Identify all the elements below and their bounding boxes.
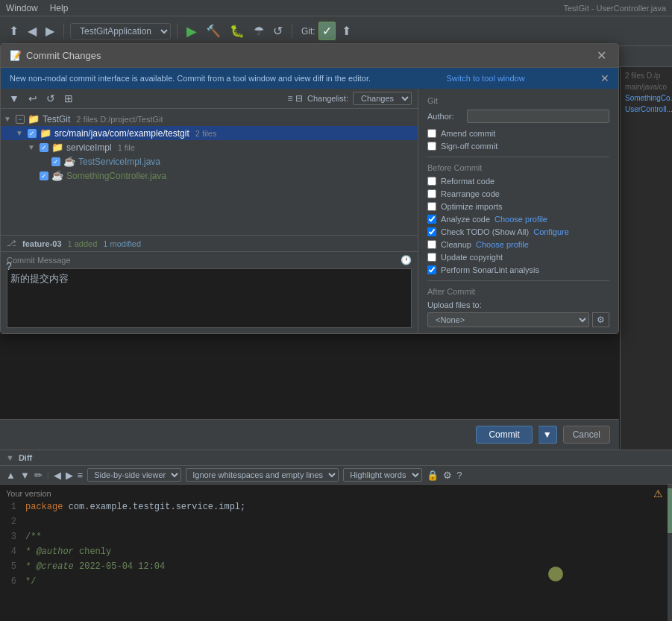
coverage-button[interactable]: ☂ (251, 22, 267, 40)
rearrange-checkbox[interactable] (427, 189, 436, 198)
group-btn[interactable]: ⊞ (62, 92, 75, 105)
commit-arrow-button[interactable]: ▼ (538, 426, 557, 444)
author-row: Author: (427, 110, 609, 123)
diff-down-btn[interactable]: ▼ (20, 470, 30, 481)
diff-help-btn[interactable]: ? (456, 470, 462, 481)
testgit-label: TestGit (43, 114, 70, 124)
diff-list-btn[interactable]: ≡ (78, 470, 84, 481)
somethingcontroller-label: SomethingController.java (66, 171, 166, 181)
tree-item-somethingcontroller[interactable]: ✓ ☕ SomethingController.java (1, 168, 418, 183)
commit-button[interactable]: Commit (476, 426, 532, 444)
scrollbar-track[interactable] (668, 485, 672, 621)
cancel-button[interactable]: Cancel (563, 426, 610, 444)
after-commit-title: After Commit (427, 287, 609, 296)
sonarlint-label: Perform SonarLint analysis (441, 265, 539, 274)
diff-fwd-btn[interactable]: ▶ (66, 470, 73, 481)
diff-collapse-btn[interactable]: ▼ (6, 453, 14, 462)
checkbox-somethingcontroller[interactable]: ✓ (40, 171, 48, 180)
banner-close-button[interactable]: ✕ (600, 72, 609, 84)
menu-help[interactable]: Help (50, 3, 69, 13)
cleanup-profile-link[interactable]: Choose profile (476, 240, 529, 249)
your-version-label: Your version (0, 488, 672, 499)
sonarlint-checkbox[interactable] (427, 265, 436, 274)
commit-msg-label: Commit Message (7, 256, 71, 265)
help-button[interactable]: ? (6, 260, 12, 272)
diff-viewer-select[interactable]: Side-by-side viewer (87, 468, 181, 482)
folder-icon-src: 📁 (40, 127, 51, 139)
dialog-footer: ? Commit ▼ Cancel (0, 419, 619, 450)
optimize-checkbox[interactable] (427, 202, 436, 211)
checkbox-testgit[interactable]: − (16, 115, 25, 124)
divider-2 (427, 280, 609, 281)
collapse-btn[interactable]: ▼ (7, 92, 22, 105)
diff-title: Diff (19, 453, 32, 462)
line-content-6: */ (22, 574, 36, 589)
right-panel-file-3: SomethingCo... (624, 92, 669, 104)
diff-edit-btn[interactable]: ✏ (34, 470, 43, 481)
diff-up-btn[interactable]: ▲ (6, 470, 16, 481)
dialog-close-button[interactable]: ✕ (594, 48, 609, 63)
sonarlint-row: Perform SonarLint analysis (427, 265, 609, 274)
upload-settings-btn[interactable]: ⚙ (592, 312, 609, 327)
tree-item-testserviceimpl[interactable]: ✓ ☕ TestServiceImpl.java (1, 154, 418, 168)
separator-3 (292, 24, 292, 39)
reformat-row: Reformat code (427, 177, 609, 186)
push-btn[interactable]: ⬆ (339, 22, 354, 40)
undo-btn[interactable]: ↩ (26, 92, 40, 105)
sort-filter-icon: ≡ ⊟ (288, 93, 303, 104)
copyright-label: Update copyright (441, 253, 503, 262)
clock-icon: 🕐 (401, 255, 412, 265)
amend-commit-checkbox[interactable] (427, 129, 436, 138)
checkbox-serviceimpl[interactable]: ✓ (40, 143, 48, 152)
upload-select[interactable]: <None> (427, 312, 589, 327)
diff-content: Your version 1 package com.example.testg… (0, 485, 672, 621)
file-tree: ▼ − 📁 TestGit 2 files D:/project/TestGit… (1, 109, 418, 235)
switch-to-tool-window-link[interactable]: Switch to tool window (446, 74, 524, 83)
build-button[interactable]: 🔨 (203, 22, 224, 40)
branch-info: ⎇ feature-03 1 added 1 modified (1, 235, 418, 251)
todo-checkbox[interactable] (427, 227, 436, 236)
vcs-icon[interactable]: ⬆ (6, 22, 22, 40)
diff-highlight-select[interactable]: Highlight words (343, 468, 422, 482)
reformat-checkbox[interactable] (427, 177, 436, 186)
chevron-testgit: ▼ (4, 115, 13, 123)
diff-back-btn[interactable]: ◀ (54, 470, 61, 481)
refresh-changes-btn[interactable]: ↺ (44, 92, 57, 105)
changelist-select[interactable]: Changes (353, 92, 412, 105)
diff-line-5: 5 * @create 2022-05-04 12:04 (0, 559, 672, 574)
app-selector[interactable]: TestGitApplication (70, 23, 171, 40)
folder-icon-testgit: 📁 (28, 113, 40, 124)
main-toolbar: ⬆ ◀ ▶ TestGitApplication ▶ 🔨 🐛 ☂ ↺ Git: … (0, 16, 672, 46)
tree-item-src[interactable]: ▼ ✓ 📁 src/main/java/com/example/testgit … (1, 126, 418, 140)
commit-message-input[interactable]: 新的提交内容 (7, 268, 412, 328)
tree-item-testgit[interactable]: ▼ − 📁 TestGit 2 files D:/project/TestGit (1, 112, 418, 126)
before-commit-title: Before Commit (427, 163, 609, 172)
checkbox-testserviceimpl[interactable]: ✓ (51, 157, 60, 166)
todo-configure-link[interactable]: Configure (533, 227, 569, 236)
forward-btn[interactable]: ▶ (43, 22, 57, 40)
cleanup-checkbox[interactable] (427, 240, 436, 249)
info-banner: New non-modal commit interface is availa… (1, 68, 618, 89)
checkbox-src[interactable]: ✓ (28, 129, 37, 138)
diff-whitespace-select[interactable]: Ignore whitespaces and empty lines (186, 468, 339, 482)
author-input[interactable] (467, 110, 609, 123)
debug-button[interactable]: 🐛 (227, 22, 248, 40)
tree-item-serviceimpl[interactable]: ▼ ✓ 📁 serviceImpl 1 file (1, 140, 418, 154)
analyze-profile-link[interactable]: Choose profile (494, 215, 547, 224)
commit-message-area: Commit Message 🕐 新的提交内容 (1, 251, 418, 333)
menu-window[interactable]: Window (6, 3, 38, 13)
right-panel-file-1: 2 files D:/p (624, 70, 669, 81)
refresh-button[interactable]: ↺ (270, 22, 286, 40)
signoff-commit-checkbox[interactable] (427, 142, 436, 151)
right-panel-file-4: UserControll... (624, 104, 669, 115)
diff-gear-btn[interactable]: ⚙ (443, 470, 452, 481)
analyze-checkbox[interactable] (427, 215, 436, 224)
run-button[interactable]: ▶ (183, 22, 200, 41)
back-btn[interactable]: ◀ (25, 22, 40, 40)
signoff-commit-row: Sign-off commit (427, 142, 609, 151)
diff-lock-btn[interactable]: 🔒 (427, 470, 439, 481)
commit-active-btn[interactable]: ✓ (318, 22, 336, 40)
copyright-checkbox[interactable] (427, 253, 436, 262)
copyright-row: Update copyright (427, 253, 609, 262)
chevron-src: ▼ (16, 129, 25, 137)
